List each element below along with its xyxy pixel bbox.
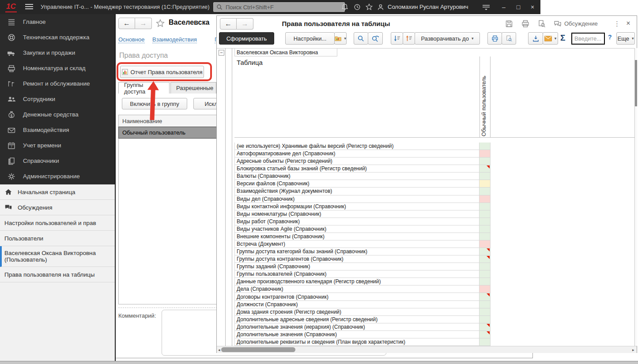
table-row[interactable]: Дополнительные реквизиты и сведения (Пла… bbox=[234, 338, 491, 346]
table-row[interactable]: Дела (Справочник) bbox=[234, 285, 491, 293]
table-row[interactable]: Адресные объекты (Регистр сведений) bbox=[234, 158, 491, 165]
table-row[interactable]: Виды участников Agile (Справочник) bbox=[234, 225, 491, 233]
close-app-button[interactable]: × bbox=[527, 2, 538, 12]
print-report-button[interactable] bbox=[487, 32, 502, 45]
sidebar-item-nomenclature[interactable]: Номенклатура и склад bbox=[0, 60, 115, 76]
row-table-name: Виды номенклатуры (Справочник) bbox=[234, 210, 479, 218]
group-expander-icon[interactable]: − bbox=[219, 50, 224, 56]
table-row[interactable]: Дополнительные адресные сведения (Регист… bbox=[234, 316, 491, 323]
table-row[interactable]: Дома здания строения (Регистр сведений) bbox=[234, 308, 491, 316]
app-title: Управление IT-о... - Менеджер тестирован… bbox=[41, 4, 210, 10]
user-icon[interactable] bbox=[377, 3, 385, 11]
tab-vzaimodeystviya[interactable]: Взаимодействия bbox=[152, 36, 197, 43]
table-row[interactable]: Группы доступа категорий базы знаний (Сп… bbox=[234, 248, 491, 255]
tab-access-groups[interactable]: Группы доступа bbox=[118, 82, 170, 94]
help-icon[interactable]: ? bbox=[608, 34, 612, 41]
table-row[interactable]: Виды дел (Справочник) bbox=[234, 195, 491, 203]
table-row[interactable]: Виды номенклатуры (Справочник) bbox=[234, 210, 491, 218]
collapse-rows-button[interactable] bbox=[391, 32, 403, 45]
table-row[interactable]: (не используется) Хранимые файлы версий … bbox=[234, 143, 491, 150]
main-menu-icon[interactable] bbox=[25, 4, 33, 10]
sidebar-item-vaselevskaya[interactable]: Васелевская Оксана Викторовна (Пользоват… bbox=[0, 246, 115, 267]
table-row[interactable]: Блокировка статьей базы знаний (Регистр … bbox=[234, 165, 491, 173]
report-variants-button[interactable]: ▾ bbox=[334, 32, 347, 45]
minimize-button[interactable]: – bbox=[498, 2, 510, 12]
tab-allowed[interactable]: Разрешенные bbox=[170, 82, 216, 94]
table-row[interactable]: Встреча (Документ) bbox=[234, 240, 491, 248]
sidebar-item-user-table-rights[interactable]: Права пользователя на таблицы bbox=[0, 267, 115, 282]
row-rights-cell bbox=[479, 225, 491, 233]
horizontal-scrollbar[interactable]: ◂ ▸ bbox=[217, 346, 637, 353]
settings-button[interactable]: Настройки... bbox=[285, 32, 335, 45]
report-forward-button[interactable]: → bbox=[237, 18, 253, 30]
table-row[interactable]: Взаимодействия (Журнал документов) bbox=[234, 188, 491, 195]
forward-button[interactable]: → bbox=[135, 18, 152, 29]
tab-osnovnoe[interactable]: Основное bbox=[118, 36, 145, 43]
quick-sum-input[interactable] bbox=[571, 33, 605, 45]
more-menu-icon[interactable]: ⋮ bbox=[614, 19, 617, 28]
row-rights-cell bbox=[479, 293, 491, 300]
table-row[interactable]: Дополнительные значения (Справочник) bbox=[234, 331, 491, 338]
sidebar-item-home[interactable]: Начальная страница bbox=[0, 184, 115, 200]
sidebar-item-money[interactable]: Денежные средства bbox=[0, 107, 115, 122]
sidebar-item-discussions[interactable]: Обсуждения bbox=[0, 200, 115, 215]
table-row[interactable]: Внешние компоненты (Справочник) bbox=[234, 233, 491, 240]
favorites-star-icon[interactable] bbox=[365, 3, 373, 11]
group-header-cell[interactable]: Васелевская Оксана Викторовна bbox=[234, 48, 337, 56]
table-row[interactable]: Должности (Справочник) bbox=[234, 301, 491, 308]
favorite-star-icon[interactable] bbox=[155, 19, 165, 28]
expand-rows-button[interactable] bbox=[403, 32, 415, 45]
functions-menu-icon[interactable] bbox=[482, 4, 490, 10]
sidebar-item-interactions[interactable]: Взаимодействия bbox=[0, 122, 115, 138]
search-input[interactable] bbox=[225, 4, 342, 11]
sidebar-item-purchases[interactable]: Закупки и продажи bbox=[0, 45, 115, 60]
sidebar-item-tech-support[interactable]: Техническая поддержка bbox=[0, 30, 115, 45]
find-button[interactable] bbox=[354, 32, 368, 45]
table-row[interactable]: Дополнительные значения (иерархия) (Спра… bbox=[234, 323, 491, 331]
sidebar-item-users[interactable]: Пользователи bbox=[0, 231, 115, 246]
print-icon[interactable] bbox=[521, 19, 531, 28]
notifications-bell-icon[interactable] bbox=[341, 3, 349, 11]
more-button[interactable]: Еще▾ bbox=[616, 32, 635, 45]
save-icon[interactable] bbox=[505, 19, 514, 28]
sidebar-item-repair[interactable]: Ремонт и обслуживание bbox=[0, 76, 115, 91]
sidebar-item-glavnoe[interactable]: Главное bbox=[0, 14, 115, 30]
expand-to-button[interactable]: Разворачивать до▾ bbox=[415, 32, 480, 45]
table-row[interactable]: Договоры контрагентов (Справочник) bbox=[234, 293, 491, 300]
sidebar-item-employees[interactable]: Сотрудники bbox=[0, 91, 115, 107]
table-row[interactable]: Группы заданий (Справочник) bbox=[234, 263, 491, 270]
sidebar-item-administration[interactable]: Администрирование bbox=[0, 169, 115, 184]
table-row[interactable]: Виды работ (Справочник) bbox=[234, 218, 491, 225]
discussion-icon[interactable] bbox=[553, 19, 563, 28]
scroll-right-icon[interactable]: ▸ bbox=[632, 348, 634, 352]
table-row[interactable]: Виды контактной информации (Справочник) bbox=[234, 203, 491, 210]
horizontal-scroll-thumb[interactable] bbox=[221, 347, 295, 352]
send-mail-button[interactable]: ▾ bbox=[543, 32, 558, 45]
close-report-button[interactable]: × bbox=[623, 19, 633, 28]
preview-report-button[interactable] bbox=[502, 32, 516, 45]
sidebar-item-user-settings[interactable]: Настройки пользователей и прав bbox=[0, 215, 115, 231]
scroll-left-icon[interactable]: ◂ bbox=[218, 348, 220, 352]
history-icon[interactable] bbox=[353, 3, 361, 11]
table-row[interactable]: Валюты (Справочник) bbox=[234, 173, 491, 180]
current-user-name[interactable]: Соломахин Руслан Артурович bbox=[388, 4, 468, 10]
table-row[interactable]: Данные производственного календаря (Реги… bbox=[234, 278, 491, 285]
row-table-name: Встреча (Документ) bbox=[234, 240, 479, 248]
table-row[interactable]: Автоформатирование дел (Справочник) bbox=[234, 150, 491, 158]
back-button[interactable]: ← bbox=[118, 18, 135, 29]
autosum-icon[interactable]: Σ bbox=[560, 33, 565, 43]
sidebar-item-time-tracking[interactable]: 7 Учет времени bbox=[0, 138, 115, 153]
discussion-label[interactable]: Обсуждение bbox=[564, 20, 598, 27]
sidebar-item-catalogs[interactable]: Справочники bbox=[0, 153, 115, 169]
save-result-button[interactable] bbox=[528, 32, 543, 45]
global-search[interactable] bbox=[213, 2, 345, 12]
maximize-button[interactable]: □ bbox=[513, 2, 524, 12]
table-row[interactable]: Группы пользователей (Справочник) bbox=[234, 270, 491, 278]
print-preview-icon[interactable] bbox=[537, 19, 547, 28]
generate-button[interactable]: Сформировать bbox=[219, 32, 274, 45]
vertical-scroll-thumb[interactable] bbox=[635, 60, 637, 106]
report-back-button[interactable]: ← bbox=[220, 18, 237, 30]
table-row[interactable]: Группы доступа контрагентов (Справочник) bbox=[234, 255, 491, 263]
find-next-button[interactable] bbox=[368, 32, 383, 45]
table-row[interactable]: Версии файлов (Справочник) bbox=[234, 180, 491, 188]
